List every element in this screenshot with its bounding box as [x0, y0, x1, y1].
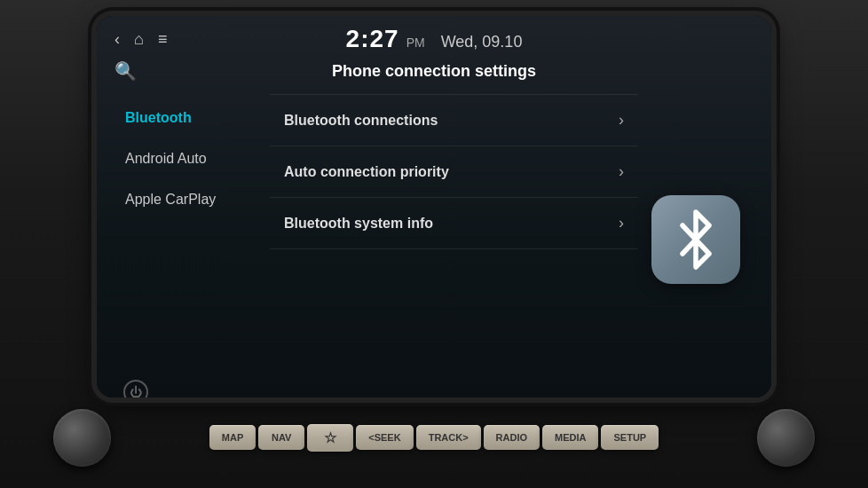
sidebar: Bluetooth Android Auto Apple CarPlay	[114, 89, 270, 382]
seek-back-button[interactable]: <SEEK	[356, 425, 413, 450]
hw-buttons-row: MAP NAV ☆ <SEEK TRACK> RADIO MEDIA SETUP	[209, 424, 659, 452]
menu-item-bluetooth-system-info[interactable]: Bluetooth system info ›	[270, 198, 638, 249]
screen-bezel: ‹ ⌂ ≡ 2:27 PM Wed, 09.10 🔍 Phone connect…	[97, 16, 771, 397]
setup-button[interactable]: SETUP	[601, 425, 659, 450]
map-button[interactable]: MAP	[209, 425, 256, 450]
time-ampm: PM	[406, 35, 425, 50]
hardware-controls: MAP NAV ☆ <SEEK TRACK> RADIO MEDIA SETUP	[0, 397, 868, 477]
chevron-icon-2: ›	[619, 162, 624, 181]
search-icon[interactable]: 🔍	[114, 60, 137, 82]
car-body: ‹ ⌂ ≡ 2:27 PM Wed, 09.10 🔍 Phone connect…	[0, 0, 868, 488]
menu-item-bluetooth-connections[interactable]: Bluetooth connections ›	[270, 94, 638, 146]
header-row: 🔍 Phone connection settings	[97, 59, 771, 89]
bottom-controls: ⏻	[97, 382, 771, 397]
home-icon[interactable]: ⌂	[134, 30, 144, 49]
date-display: Wed, 09.10	[441, 33, 523, 51]
sidebar-item-android-auto[interactable]: Android Auto	[114, 138, 270, 179]
sidebar-item-bluetooth[interactable]: Bluetooth	[114, 98, 270, 138]
bluetooth-icon-background	[651, 195, 740, 284]
menu-list: Bluetooth connections › Auto connection …	[270, 89, 638, 382]
back-icon[interactable]: ‹	[114, 30, 120, 49]
bluetooth-symbol-icon	[670, 209, 722, 270]
chevron-icon-1: ›	[619, 111, 624, 130]
page-title: Phone connection settings	[332, 62, 536, 81]
screen: ‹ ⌂ ≡ 2:27 PM Wed, 09.10 🔍 Phone connect…	[97, 16, 771, 397]
nav-button[interactable]: NAV	[258, 425, 304, 450]
chevron-icon-3: ›	[619, 214, 624, 232]
bluetooth-icon-area	[638, 89, 754, 382]
radio-button[interactable]: RADIO	[484, 425, 540, 450]
track-fwd-button[interactable]: TRACK>	[416, 425, 481, 450]
power-button[interactable]: ⏻	[123, 380, 148, 397]
time-display: 2:27	[346, 25, 399, 53]
time-date-group: 2:27 PM Wed, 09.10	[346, 25, 523, 53]
menu-item-auto-connection-priority[interactable]: Auto connection priority ›	[270, 146, 638, 198]
favorite-button[interactable]: ☆	[307, 424, 353, 452]
sidebar-item-apple-carplay[interactable]: Apple CarPlay	[114, 179, 270, 220]
media-button[interactable]: MEDIA	[542, 425, 598, 450]
nav-icons: ‹ ⌂ ≡	[114, 30, 167, 49]
menu-icon[interactable]: ≡	[158, 30, 168, 49]
left-knob[interactable]	[53, 409, 111, 467]
power-icon: ⏻	[130, 385, 142, 397]
status-bar: ‹ ⌂ ≡ 2:27 PM Wed, 09.10	[97, 16, 771, 59]
right-knob[interactable]	[757, 409, 815, 467]
main-content: Bluetooth Android Auto Apple CarPlay Blu…	[97, 89, 771, 382]
